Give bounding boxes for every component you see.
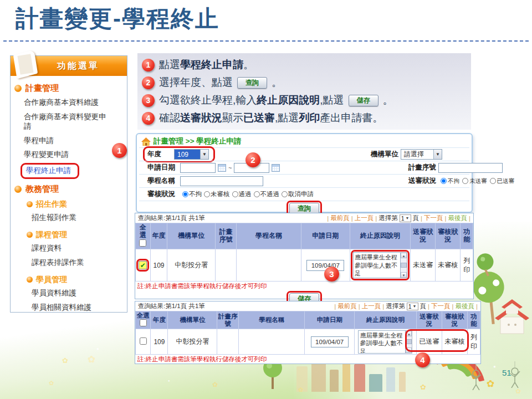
chevron-down-icon: ▼: [406, 216, 410, 220]
sidebar-section-academic-mgmt: 教務管理: [14, 184, 125, 195]
sidebar-menu: 計畫管理 合作廠商基本資料維護 合作廠商基本資料變更申請 學程申請 學程變更申請…: [11, 76, 127, 315]
row-date-input[interactable]: 109/04/07: [311, 336, 349, 347]
reason-textarea[interactable]: 應屆畢業生全程參訓學生人數不足: [353, 252, 401, 278]
send-status-radio-sent[interactable]: [490, 178, 496, 184]
print-link[interactable]: 列印: [461, 249, 473, 282]
row-checkbox-checked[interactable]: ✔: [139, 261, 147, 269]
col-reason: 終止原因說明: [350, 223, 411, 249]
decor-dot: ●: [493, 365, 496, 369]
send-status-radio-any[interactable]: [441, 178, 447, 184]
table-note: 註:終止申請書需該筆學程執行儲存後才可列印: [135, 282, 473, 291]
pager-first-link[interactable]: 最前頁: [330, 214, 350, 222]
pager-page-select[interactable]: 1 ▼: [407, 303, 418, 310]
pager-page-label: 頁: [420, 302, 427, 310]
year-label: 年度: [147, 150, 170, 159]
scroll-thumb[interactable]: [406, 339, 412, 344]
sidebar-item-vendor-maintain[interactable]: 合作廠商基本資料維護: [11, 95, 127, 110]
bullet-icon: [14, 186, 22, 193]
sidebar-item-course-schedule[interactable]: 課程表排課作業: [11, 255, 127, 270]
plan-no-label: 計畫序號: [408, 163, 438, 172]
decor-house: [494, 297, 529, 336]
bullet-icon: [14, 85, 22, 92]
sidebar-item-recruit-checkin[interactable]: 招生報到作業: [11, 211, 127, 225]
pager-select-label: 選擇第: [378, 214, 398, 222]
scroll-up-icon[interactable]: ▲: [406, 331, 412, 336]
pager-select-label: 選擇第: [386, 302, 405, 310]
send-status-value: 未送審: [411, 249, 436, 282]
pager-sep: |: [452, 303, 454, 310]
instruction-step-1: 1 點選學程終止申請。: [142, 58, 467, 72]
scroll-down-icon[interactable]: ▼: [406, 347, 412, 353]
callout-badge-3: 3: [324, 267, 339, 282]
decor-flower-icon: ✿: [487, 379, 494, 388]
radio-label: 不拘: [448, 177, 459, 185]
sidebar-item-student-maintain[interactable]: 學員資料維護: [11, 286, 127, 300]
sidebar-section-label: 教務管理: [25, 184, 59, 195]
review-radio-fail[interactable]: [254, 191, 260, 197]
scroll-thumb[interactable]: [401, 263, 407, 268]
pager-first-link[interactable]: 最前頁: [337, 302, 357, 310]
scrollbar[interactable]: ▲ ▼: [401, 252, 407, 278]
select-all-checkbox[interactable]: [139, 239, 146, 247]
decor-flower-icon: ✿: [212, 381, 218, 388]
pager-page-select[interactable]: 1 ▼: [400, 214, 411, 222]
decor-building: [369, 374, 382, 392]
pager-sep: |: [351, 215, 353, 222]
sidebar-item-program-change[interactable]: 學程變更申請: [11, 147, 127, 162]
sidebar-item-program-terminate[interactable]: 學程終止申請: [21, 163, 79, 179]
pager-last-link[interactable]: 最後頁: [456, 302, 475, 310]
scrollbar[interactable]: ▲ ▼: [406, 330, 412, 354]
review-radio-cancel[interactable]: [282, 191, 288, 197]
calendar-icon[interactable]: [218, 164, 226, 172]
step-4-badge: 4: [142, 112, 155, 125]
sidebar-subsection-label: 學員管理: [36, 275, 67, 285]
col-year: 年度: [150, 223, 167, 249]
reason-textarea[interactable]: 應屆畢業生全程參訓學生人數不足: [358, 330, 406, 354]
pager-prev-link[interactable]: 上一頁: [355, 214, 374, 222]
decor-building: [342, 363, 350, 392]
form-row-year: 年度 109 ▼ 機構單位 請選擇 ▼: [139, 147, 469, 161]
pager-sep: |: [334, 303, 336, 310]
sidebar-item-course-data[interactable]: 課程資料: [11, 241, 127, 255]
print-link[interactable]: 列印: [467, 329, 480, 355]
pager-next-link[interactable]: 下一頁: [424, 214, 443, 222]
radio-label: 不拘: [189, 190, 202, 198]
calendar-icon[interactable]: [272, 164, 280, 172]
pager-last-link[interactable]: 最後頁: [448, 214, 468, 222]
org-label: 機構單位: [371, 150, 401, 159]
review-radio-pending[interactable]: [204, 191, 210, 197]
pager-prev-link[interactable]: 上一頁: [362, 302, 381, 310]
year-select[interactable]: 109 ▼: [174, 149, 209, 160]
review-radio-pass[interactable]: [232, 191, 238, 197]
sidebar-item-student-related[interactable]: 學員相關資料維護: [11, 300, 127, 315]
decor-building: [330, 370, 339, 392]
scroll-down-icon[interactable]: ▼: [401, 272, 407, 278]
radio-label: 通過: [239, 190, 252, 198]
col-org: 機構單位: [168, 311, 217, 329]
date-separator: ~: [228, 165, 232, 171]
book-icon: [15, 52, 36, 76]
sidebar-header: 功能選單: [11, 56, 127, 76]
chevron-down-icon: ▼: [413, 304, 417, 308]
scroll-up-icon[interactable]: ▲: [401, 253, 407, 258]
col-action: 功能: [467, 311, 480, 329]
pager-next-link[interactable]: 下一頁: [431, 302, 451, 310]
sidebar-item-program-apply[interactable]: 學程申請: [11, 134, 127, 148]
pager-sep: |: [428, 303, 429, 310]
pager-sep: |: [359, 303, 360, 310]
col-send-status: 送審狀況: [416, 311, 442, 329]
plan-no-input[interactable]: [438, 163, 503, 173]
send-status-radio-notsent[interactable]: [462, 178, 468, 184]
org-select[interactable]: 請選擇 ▼: [401, 149, 442, 160]
select-all-checkbox[interactable]: [140, 319, 147, 326]
radio-label: 已送審: [497, 177, 515, 185]
sidebar-item-vendor-change[interactable]: 合作廠商基本資料變更申請: [11, 110, 114, 134]
sidebar-subsection-course: 課程管理: [27, 230, 127, 240]
pager-sep: |: [421, 215, 422, 222]
review-radio-any[interactable]: [182, 191, 188, 197]
row-checkbox[interactable]: [140, 337, 147, 345]
program-name-input[interactable]: [180, 176, 263, 186]
instruction-step-4: 4 確認送審狀況顯示已送審,點選列印產出申請書。: [142, 111, 467, 125]
date-from-input[interactable]: [180, 163, 216, 173]
col-action: 功能: [461, 223, 473, 249]
